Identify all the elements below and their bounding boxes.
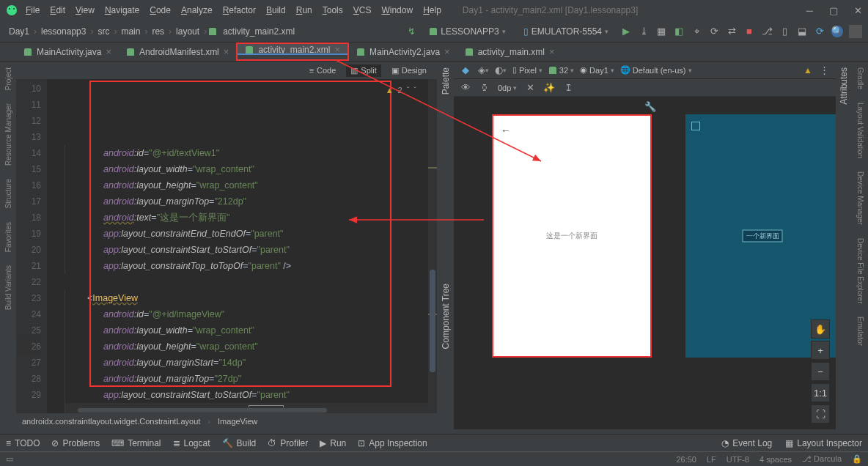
toolwin-layout-inspector[interactable]: ▦ Layout Inspector: [785, 438, 862, 448]
toolwin-app-inspection[interactable]: ⊡ App Inspection: [358, 438, 427, 448]
component-tree-tab[interactable]: Component Tree: [441, 281, 451, 352]
toolwin-problems[interactable]: ⊘ Problems: [51, 438, 100, 448]
minimize-icon[interactable]: ─: [806, 5, 813, 16]
surface-icon[interactable]: ◆: [460, 64, 471, 76]
design-canvas[interactable]: 🔧 🔧 ← 这是一个新界面 一个新界面 ✋ + − 1:1 ⛶: [454, 97, 836, 429]
palette-strip[interactable]: Palette Component Tree: [438, 62, 454, 429]
menu-view[interactable]: View: [70, 3, 100, 18]
menu-window[interactable]: Window: [376, 3, 418, 18]
close-tab-icon[interactable]: ×: [224, 46, 229, 57]
device-combo[interactable]: ▯EMULATOR-5554▾: [518, 25, 614, 38]
sdk-icon[interactable]: ⬓: [796, 26, 808, 37]
tool-device-file-explorer[interactable]: Device File Explorer: [856, 235, 864, 306]
attributes-tab[interactable]: Attributes: [839, 64, 849, 108]
night-icon[interactable]: ◐▾: [495, 64, 507, 76]
run-icon[interactable]: ▶: [620, 26, 632, 37]
breadcrumb[interactable]: Day1›lessonapp3›src›main›res›layout›acti…: [6, 26, 298, 37]
theme-picker[interactable]: ◉ Day1 ▾: [580, 65, 614, 75]
eye-icon[interactable]: 👁: [460, 82, 471, 94]
device-picker[interactable]: ▯ Pixel ▾: [512, 65, 542, 75]
caret-position[interactable]: 26:50: [676, 455, 696, 464]
coverage-icon[interactable]: ▦: [655, 26, 667, 37]
tab-split[interactable]: ▥ Split: [346, 64, 380, 77]
inspection-badge[interactable]: ▲ 2 ˆ ˇ: [386, 82, 416, 98]
encoding[interactable]: UTF-8: [727, 455, 749, 464]
right-tool-strip[interactable]: GradleLayout ValidationDevice ManagerDev…: [852, 62, 868, 429]
tool-emulator[interactable]: Emulator: [856, 314, 864, 349]
toolwin-logcat[interactable]: ≣ Logcat: [173, 438, 210, 448]
close-tab-icon[interactable]: ×: [106, 46, 111, 57]
attach-icon[interactable]: ⌖: [691, 26, 702, 37]
filetab[interactable]: MainActivity2.java×: [349, 42, 457, 61]
tool-gradle[interactable]: Gradle: [856, 64, 864, 92]
pan-button[interactable]: ✋: [811, 319, 830, 339]
filetab[interactable]: MainActivity.java×: [16, 42, 119, 61]
tool-build-variants[interactable]: Build Variants: [4, 262, 12, 313]
menu-help[interactable]: Help: [418, 3, 446, 18]
tool-layout-validation[interactable]: Layout Validation: [856, 100, 864, 161]
tool-favorites[interactable]: Favorites: [4, 219, 12, 255]
toolwin-terminal[interactable]: ⌨ Terminal: [111, 438, 161, 448]
tab-design[interactable]: ▣ Design: [387, 64, 431, 77]
filetab[interactable]: AndroidManifest.xml×: [119, 42, 236, 61]
close-tab-icon[interactable]: ×: [549, 46, 555, 57]
left-tool-strip[interactable]: ProjectResource ManagerStructureFavorite…: [0, 62, 16, 429]
palette-tab[interactable]: Palette: [441, 64, 451, 97]
menu-tools[interactable]: Tools: [317, 3, 348, 18]
wrench-icon[interactable]: 🔧: [644, 101, 656, 112]
orientation-icon[interactable]: ◈▾: [477, 64, 489, 76]
chevron-down-icon[interactable]: ˇ: [413, 82, 416, 98]
search-icon[interactable]: 🔍: [831, 26, 843, 37]
wrench-icon[interactable]: 🔧: [835, 101, 836, 112]
menu-analyze[interactable]: Analyze: [176, 3, 218, 18]
filetab[interactable]: activity_main.xml×: [457, 42, 562, 61]
profile-icon[interactable]: ◧: [673, 26, 685, 37]
horizontal-scrollbar[interactable]: [78, 407, 428, 413]
api-picker[interactable]: 32 ▾: [548, 66, 574, 75]
tool-device-manager[interactable]: Device Manager: [856, 169, 864, 228]
zoom-in-button[interactable]: +: [811, 341, 830, 360]
apply2-icon[interactable]: ⇄: [726, 26, 738, 37]
avd-icon[interactable]: ▯: [779, 26, 790, 37]
menu-file[interactable]: File: [21, 3, 45, 18]
tab-code[interactable]: ≡ Code: [305, 64, 341, 76]
apply-icon[interactable]: ⟳: [708, 26, 720, 37]
clear-icon[interactable]: ✕: [524, 82, 536, 94]
vertical-scrollbar[interactable]: [428, 79, 437, 413]
magnet-icon[interactable]: ⧲: [479, 82, 490, 94]
design-preview[interactable]: ← 这是一个新界面: [492, 114, 652, 358]
stop-icon[interactable]: ■: [743, 26, 755, 37]
toolwin-event-log[interactable]: ◔ Event Log: [721, 438, 772, 448]
toolwin-build[interactable]: 🔨 Build: [222, 438, 257, 448]
run-config-combo[interactable]: LESSONAPP3▾: [423, 25, 511, 38]
menu-refactor[interactable]: Refactor: [218, 3, 261, 18]
menu-edit[interactable]: Edit: [45, 3, 70, 18]
close-tab-icon[interactable]: ×: [444, 46, 450, 57]
design-more-icon[interactable]: ⋮: [818, 64, 830, 76]
guideline-icon[interactable]: Ɪ: [562, 82, 574, 94]
zoom-out-button[interactable]: −: [811, 362, 830, 381]
sync-icon[interactable]: ⟳: [814, 26, 825, 37]
branch-icon[interactable]: ⎇ Darcula: [802, 454, 842, 464]
chevron-up-icon[interactable]: ˆ: [407, 82, 410, 98]
margin-picker[interactable]: 0dp▾: [498, 84, 517, 92]
editor-bottom-breadcrumb[interactable]: androidx.constraintlayout.widget.Constra…: [16, 413, 437, 429]
filetab[interactable]: activity_main2.xml×: [238, 44, 347, 55]
menu-build[interactable]: Build: [261, 3, 291, 18]
vcs-icon[interactable]: ⎇: [761, 26, 773, 37]
menu-run[interactable]: Run: [291, 3, 317, 18]
toolwin-run[interactable]: ▶ Run: [320, 438, 346, 448]
zoom-fit-button[interactable]: 1:1: [811, 383, 830, 402]
tool-project[interactable]: Project: [4, 64, 12, 93]
debug-icon[interactable]: ⤓: [638, 26, 650, 37]
maximize-icon[interactable]: ▢: [829, 5, 838, 16]
line-gutter[interactable]: 1011121314151617181920212223242526272829: [16, 79, 47, 413]
menu-navigate[interactable]: Navigate: [100, 3, 144, 18]
design-warning-icon[interactable]: ▲: [803, 65, 812, 75]
close-tab-icon[interactable]: ×: [334, 44, 340, 55]
tool-resource-manager[interactable]: Resource Manager: [4, 100, 12, 169]
code-area[interactable]: ▲ 2 ˆ ˇ android:id="@+id/textView1"andro…: [47, 79, 437, 413]
locale-picker[interactable]: 🌐 Default (en-us) ▾: [620, 65, 692, 75]
attributes-strip[interactable]: Attributes: [836, 62, 852, 429]
menu-code[interactable]: Code: [144, 3, 176, 18]
